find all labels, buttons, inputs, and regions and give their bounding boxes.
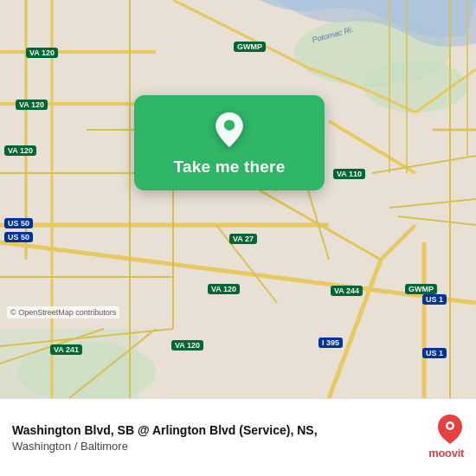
- route-badge-gwmp-1: GWMP: [234, 42, 266, 52]
- route-badge-us50-2: US 50: [4, 232, 33, 242]
- map-container: VA 120 VA 120 VA 120 VA 110 VA 27 VA 120…: [0, 0, 476, 398]
- svg-point-39: [448, 424, 453, 428]
- svg-point-36: [224, 120, 235, 131]
- route-badge-i395: I 395: [318, 338, 343, 348]
- route-badge-va120-1: VA 120: [26, 48, 58, 58]
- location-subtitle: Washington / Baltimore: [12, 440, 403, 453]
- moovit-pin-icon: [436, 415, 464, 443]
- route-badge-va27: VA 27: [229, 234, 257, 244]
- route-badge-us50-1: US 50: [4, 218, 33, 228]
- route-badge-va120-4: VA 120: [208, 284, 240, 294]
- route-badge-va120-5: VA 120: [171, 340, 203, 351]
- route-badge-gwmp-2: GWMP: [405, 284, 437, 294]
- location-pin-icon: [210, 111, 248, 149]
- take-me-there-label: Take me there: [174, 158, 286, 177]
- copyright-text: © OpenStreetMap contributors: [7, 306, 119, 318]
- location-text-block: Washington Blvd, SB @ Arlington Blvd (Se…: [12, 422, 403, 453]
- route-badge-va120-3: VA 120: [4, 145, 36, 156]
- route-badge-va120-2: VA 120: [16, 100, 48, 110]
- route-badge-va241: VA 241: [50, 344, 82, 355]
- location-title: Washington Blvd, SB @ Arlington Blvd (Se…: [12, 422, 403, 438]
- route-badge-va110: VA 110: [333, 169, 365, 179]
- take-me-there-card[interactable]: Take me there: [134, 95, 325, 190]
- route-badge-va244: VA 244: [331, 286, 363, 296]
- moovit-logo: moovit: [403, 415, 464, 460]
- route-badge-us1-2: US 1: [422, 348, 447, 358]
- bottom-bar: Washington Blvd, SB @ Arlington Blvd (Se…: [0, 398, 476, 476]
- route-badge-us1-1: US 1: [422, 294, 447, 305]
- moovit-brand-text: moovit: [428, 447, 464, 460]
